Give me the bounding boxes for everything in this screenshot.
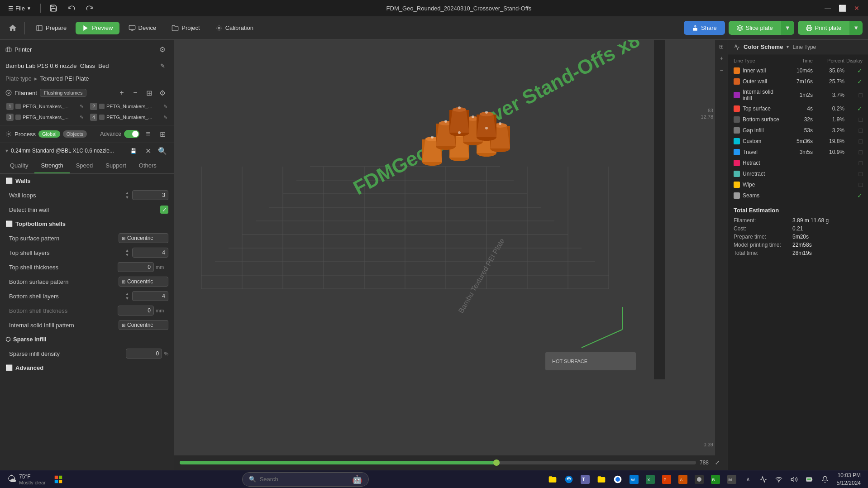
- search-profile-btn[interactable]: 🔍: [157, 145, 168, 157]
- add-filament-btn[interactable]: +: [116, 87, 128, 99]
- tab-speed[interactable]: Speed: [70, 158, 100, 173]
- home-btn[interactable]: [6, 21, 19, 35]
- color-table-row[interactable]: Bottom surface 32s 1.9% □: [728, 114, 868, 125]
- viewport[interactable]: 1: [174, 40, 728, 470]
- file-menu[interactable]: ☰ File ▼: [5, 3, 35, 14]
- sparse-infill-group-header[interactable]: ⬡ Sparse infill: [0, 332, 174, 346]
- sparse-infill-density-input[interactable]: [126, 349, 162, 359]
- device-btn[interactable]: Device: [122, 22, 163, 34]
- taskbar-app2[interactable]: X: [644, 473, 657, 486]
- undo-btn[interactable]: [65, 1, 78, 15]
- printer-settings-btn[interactable]: ⚙: [157, 43, 168, 55]
- tab-quality[interactable]: Quality: [4, 158, 34, 173]
- process-add-btn[interactable]: ⊞: [157, 128, 168, 140]
- wall-loops-spinner[interactable]: ▲ ▼: [124, 191, 130, 200]
- bottom-shell-layers-spinner[interactable]: ▲ ▼: [124, 292, 130, 301]
- sys-volume[interactable]: [787, 473, 801, 486]
- taskbar-chrome[interactable]: [611, 473, 625, 486]
- filament-item[interactable]: 4 PETG_Numakers_... ✎: [87, 112, 170, 122]
- fil-edit-icon[interactable]: ✎: [80, 104, 84, 110]
- taskbar-app4[interactable]: A: [676, 473, 690, 486]
- ct-row-check[interactable]: ✓: [844, 192, 863, 199]
- color-table-row[interactable]: Custom 5m36s 19.8% □: [728, 136, 868, 147]
- vp-expand-btn2[interactable]: ⤢: [712, 458, 722, 468]
- color-table-row[interactable]: Top surface 4s 0.2% ✓: [728, 103, 868, 114]
- fil-edit-icon[interactable]: ✎: [163, 104, 167, 110]
- save-profile-btn[interactable]: 💾: [128, 145, 139, 157]
- bottom-surface-pattern-select[interactable]: ⊞ Concentric: [119, 277, 168, 287]
- calibration-btn[interactable]: Calibration: [209, 22, 260, 34]
- close-btn[interactable]: ✕: [850, 3, 863, 14]
- sys-battery[interactable]: [803, 473, 816, 486]
- color-table-row[interactable]: Inner wall 10m4s 35.6% ✓: [728, 65, 868, 76]
- redo-btn[interactable]: [83, 1, 96, 15]
- maximize-btn[interactable]: ⬜: [835, 3, 849, 14]
- progress-bar[interactable]: [180, 461, 696, 464]
- taskbar-app3[interactable]: P: [660, 473, 673, 486]
- search-input[interactable]: [260, 476, 348, 483]
- filament-item[interactable]: 3 PETG_Numakers_... ✎: [4, 112, 86, 122]
- taskbar-teams[interactable]: T: [578, 473, 592, 486]
- color-table-row[interactable]: Unretract □: [728, 168, 868, 179]
- top-bottom-group-header[interactable]: ⬜ Top/bottom shells: [0, 217, 174, 231]
- print-btn[interactable]: Print plate: [798, 21, 850, 35]
- global-badge[interactable]: Global: [38, 130, 60, 138]
- bottom-shell-thickness-input[interactable]: [118, 306, 154, 316]
- wall-loops-input[interactable]: [132, 190, 168, 200]
- top-shell-layers-spinner[interactable]: ▲ ▼: [124, 248, 130, 257]
- sys-notification[interactable]: [818, 473, 832, 486]
- vp-expand-btn[interactable]: ⊞: [716, 42, 726, 52]
- sys-chevron[interactable]: ∧: [741, 473, 755, 486]
- color-table-row[interactable]: Retract □: [728, 158, 868, 168]
- prepare-btn[interactable]: Prepare: [29, 22, 73, 34]
- taskbar-bambu[interactable]: B: [709, 473, 722, 486]
- save-btn[interactable]: [47, 1, 60, 15]
- ct-row-check[interactable]: □: [844, 138, 863, 145]
- close-profile-btn[interactable]: ✕: [142, 145, 154, 157]
- ct-row-check[interactable]: ✓: [844, 78, 863, 85]
- detect-thin-wall-checkbox[interactable]: ✓: [160, 206, 168, 214]
- taskbar-edge[interactable]: [562, 473, 576, 486]
- search-bar[interactable]: 🔍 🤖: [242, 472, 369, 487]
- top-shell-thickness-input[interactable]: [118, 262, 154, 272]
- color-table-row[interactable]: Outer wall 7m16s 25.7% ✓: [728, 76, 868, 87]
- color-table-row[interactable]: Gap infill 53s 3.2% □: [728, 125, 868, 136]
- spin-down[interactable]: ▼: [124, 195, 130, 200]
- advanced-group-header[interactable]: ⬜ Advanced: [0, 361, 174, 375]
- taskbar-app5[interactable]: [692, 473, 706, 486]
- vp-zoom-out-btn[interactable]: −: [716, 65, 726, 75]
- color-table-row[interactable]: Wipe □: [728, 179, 868, 190]
- taskbar-files[interactable]: [546, 473, 559, 486]
- internal-solid-select[interactable]: ⊞ Concentric: [119, 320, 168, 330]
- ct-row-check[interactable]: □: [844, 148, 863, 156]
- slice-arrow[interactable]: ▼: [781, 21, 794, 35]
- sys-clock[interactable]: 10:03 PM 5/12/2024: [833, 472, 864, 487]
- color-table-row[interactable]: Seams ✓: [728, 190, 868, 201]
- bottom-shell-layers-input[interactable]: [132, 291, 168, 301]
- spin-up[interactable]: ▲: [124, 292, 130, 296]
- remove-filament-btn[interactable]: −: [129, 87, 141, 99]
- project-btn[interactable]: Project: [165, 22, 206, 34]
- walls-group-header[interactable]: ⬜ Walls: [0, 174, 174, 188]
- ct-row-check[interactable]: ✓: [844, 105, 863, 112]
- ct-row-check[interactable]: □: [844, 159, 863, 167]
- fil-edit-icon[interactable]: ✎: [163, 115, 167, 120]
- color-table-row[interactable]: Travel 3m5s 10.9% □: [728, 147, 868, 158]
- print-arrow[interactable]: ▼: [849, 21, 863, 35]
- color-table-row[interactable]: Internal solid infill 1m2s 3.7% □: [728, 87, 868, 103]
- filament-item[interactable]: 1 PETG_Numakers_... ✎: [4, 101, 86, 111]
- tab-others[interactable]: Others: [133, 158, 163, 173]
- fil-edit-icon[interactable]: ✎: [80, 115, 84, 120]
- taskbar-app1[interactable]: W: [627, 473, 641, 486]
- filament-copy-btn[interactable]: ⊞: [143, 87, 155, 99]
- ct-row-check[interactable]: □: [844, 181, 863, 188]
- share-btn[interactable]: Share: [684, 21, 725, 35]
- tab-strength[interactable]: Strength: [34, 158, 69, 173]
- advance-toggle[interactable]: [124, 130, 139, 138]
- minimize-btn[interactable]: —: [821, 3, 835, 14]
- tab-support[interactable]: Support: [99, 158, 133, 173]
- objects-badge[interactable]: Objects: [63, 130, 87, 138]
- spin-up[interactable]: ▲: [124, 191, 130, 195]
- ct-row-check[interactable]: □: [844, 116, 863, 123]
- preview-btn[interactable]: Preview: [76, 22, 119, 34]
